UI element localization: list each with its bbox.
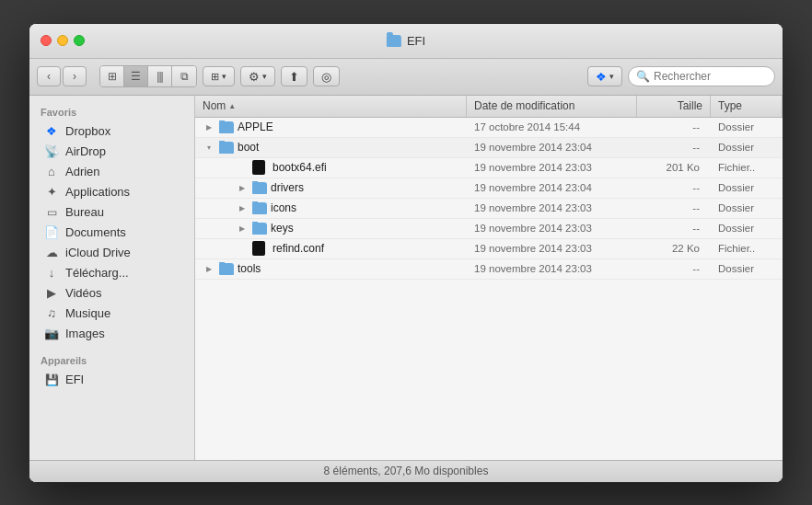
file-size-apple: -- [637,121,711,132]
sidebar-item-label: Musique [65,306,110,320]
file-name-label: bootx64.efi [269,161,327,174]
file-type-drivers: Dossier [711,182,783,193]
sidebar-item-adrien[interactable]: ⌂ Adrien [33,162,191,182]
search-input[interactable] [654,70,767,83]
airdrop-icon: 📡 [44,144,59,159]
file-date-drivers: 19 novembre 2014 23:04 [467,182,637,193]
table-row[interactable]: refind.conf 19 novembre 2014 23:03 22 Ko… [195,239,783,259]
sidebar-item-documents[interactable]: 📄 Documents [33,223,191,243]
table-row[interactable]: boot 19 novembre 2014 23:04 -- Dossier [195,138,783,158]
table-row[interactable]: APPLE 17 octobre 2014 15:44 -- Dossier [195,118,783,138]
file-type-refind: Fichier.. [711,243,783,254]
sidebar-item-telechargements[interactable]: ↓ Télécharg... [33,263,191,283]
sidebar-item-musique[interactable]: ♫ Musique [33,304,191,324]
sidebar-item-label: Adrien [65,165,100,178]
sidebar-item-label: EFI [65,373,84,386]
col-date-label: Date de modification [474,99,574,112]
titlebar: EFI [29,24,783,59]
sidebar-item-icloud[interactable]: ☁ iCloud Drive [33,243,191,263]
sidebar-item-label: Applications [65,185,130,199]
desktop-icon: ▭ [44,205,59,220]
sidebar-item-images[interactable]: 📷 Images [33,324,191,344]
file-name-label: boot [238,141,259,154]
column-view-button[interactable]: ||| [148,66,172,86]
sidebar-item-label: Bureau [65,205,104,219]
col-header-date[interactable]: Date de modification [467,96,637,117]
applications-icon: ✦ [44,185,59,200]
file-name-label: APPLE [238,121,273,133]
search-box[interactable]: 🔍 [628,66,775,86]
file-size-refind: 22 Ko [637,243,711,254]
table-row[interactable]: bootx64.efi 19 novembre 2014 23:03 201 K… [195,158,783,178]
search-icon: 🔍 [636,70,650,83]
sidebar-item-label: Images [65,327,105,340]
maximize-button[interactable] [74,35,85,46]
file-type-icons: Dossier [711,202,783,213]
file-date-refind: 19 novembre 2014 23:03 [467,243,637,254]
main-area: Favoris ❖ Dropbox 📡 AirDrop ⌂ Adrien [29,96,783,460]
disclosure-boot[interactable] [203,141,215,154]
icon-view-button[interactable]: ⊞ [100,66,124,86]
sidebar-item-dropbox[interactable]: ❖ Dropbox [33,121,191,142]
sidebar-item-label: AirDrop [65,144,106,158]
folder-icon [219,142,234,154]
file-name-drivers: drivers [195,181,467,194]
file-size-keys: -- [637,223,711,234]
disclosure-refind [236,242,249,255]
file-icon [252,241,265,256]
sidebar-item-label: Télécharg... [65,266,129,280]
traffic-lights [41,35,85,46]
col-header-name[interactable]: Nom ▲ [195,96,467,117]
file-size-tools: -- [637,263,711,274]
disclosure-bootx64 [236,161,249,174]
cover-view-button[interactable]: ⧉ [172,66,196,86]
burn-icon: ◎ [321,70,331,84]
minimize-button[interactable] [57,35,68,46]
burn-button[interactable]: ◎ [313,66,340,86]
file-name-label: keys [271,222,294,235]
table-row[interactable]: keys 19 novembre 2014 23:03 -- Dossier [195,219,783,239]
sidebar-item-label: Documents [65,225,126,239]
col-header-size[interactable]: Taille [637,96,711,117]
title-text: EFI [407,34,425,48]
arrange-button[interactable]: ⊞ ▾ [203,66,235,86]
file-type-tools: Dossier [711,263,783,274]
file-name-label: refind.conf [269,242,324,255]
file-type-keys: Dossier [711,223,783,234]
col-header-type[interactable]: Type [711,96,783,117]
file-icon [252,160,265,175]
file-name-keys: keys [195,222,467,235]
close-button[interactable] [41,35,52,46]
dropbox-button[interactable]: ❖ ▾ [587,66,622,86]
disclosure-apple[interactable] [203,121,215,133]
devices-label: Appareils [29,351,194,370]
file-name-refind: refind.conf [195,241,467,256]
drive-icon: 💾 [44,373,59,387]
file-type-boot: Dossier [711,142,783,153]
cover-icon: ⧉ [180,70,189,83]
file-size-boot: -- [637,142,711,153]
share-button[interactable]: ⬆ [281,66,307,86]
sidebar-item-videos[interactable]: ▶ Vidéos [33,283,191,304]
list-icon: ☰ [131,70,141,83]
disclosure-icons[interactable] [236,201,249,214]
folder-icon [252,202,267,214]
sidebar-item-applications[interactable]: ✦ Applications [33,182,191,202]
action-button[interactable]: ⚙ ▾ [240,66,275,86]
col-name-label: Nom [203,99,226,112]
content-area: Nom ▲ Date de modification Taille Type [195,96,783,460]
sidebar-item-efi[interactable]: 💾 EFI [33,370,191,390]
forward-button[interactable]: › [63,66,87,86]
disclosure-drivers[interactable] [236,181,249,194]
list-view-button[interactable]: ☰ [124,66,148,86]
action-chevron: ▾ [262,72,267,81]
back-button[interactable]: ‹ [37,66,61,86]
sidebar-item-airdrop[interactable]: 📡 AirDrop [33,142,191,162]
table-row[interactable]: tools 19 novembre 2014 23:03 -- Dossier [195,259,783,280]
sidebar-item-label: Vidéos [65,286,102,300]
table-row[interactable]: drivers 19 novembre 2014 23:04 -- Dossie… [195,178,783,199]
sidebar-item-bureau[interactable]: ▭ Bureau [33,202,191,223]
disclosure-tools[interactable] [203,262,215,275]
disclosure-keys[interactable] [236,222,249,235]
table-row[interactable]: icons 19 novembre 2014 23:03 -- Dossier [195,199,783,219]
